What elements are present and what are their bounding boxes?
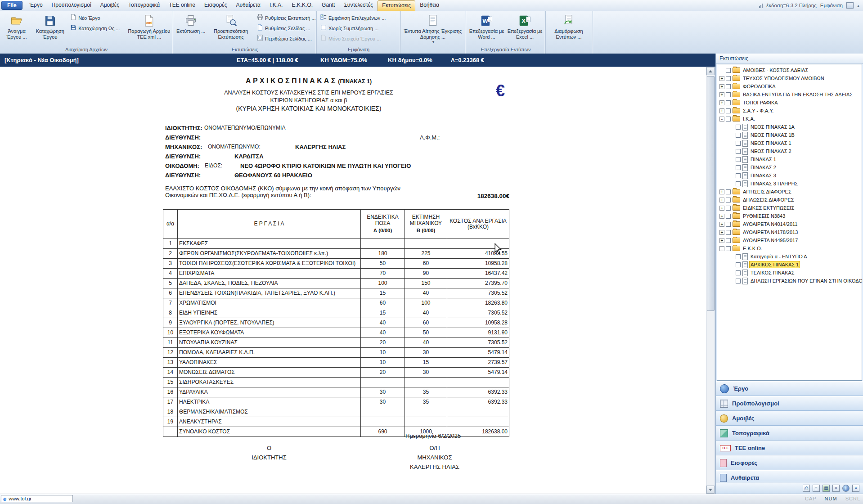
tree-item[interactable]: ΠΙΝΑΚΑΣ 1 bbox=[717, 155, 862, 163]
tree-item[interactable]: ΝΕΟΣ ΠΙΝΑΚΑΣ 1 bbox=[717, 139, 862, 147]
tree-checkbox[interactable] bbox=[726, 189, 731, 194]
tree-item[interactable]: Σ.Α.Υ - Φ.Α.Υ. bbox=[717, 107, 862, 115]
tree-item-label[interactable]: ΔΗΛΩΣΗ ΕΡΓΑΣΙΩΝ ΠΟΥ ΕΓΙΝΑΝ ΣΤΗΝ ΟΙΚΟΔΟΜΗ bbox=[750, 278, 862, 284]
tree-item-label[interactable]: Ι.Κ.Α. bbox=[742, 116, 756, 122]
sidebar-nav-button[interactable]: Τοπογραφικά bbox=[716, 426, 863, 441]
page-margins-button[interactable]: Περιθώρια Σελίδας ... bbox=[255, 34, 315, 43]
tree-checkbox[interactable] bbox=[736, 262, 741, 267]
tree-item[interactable]: ΠΙΝΑΚΑΣ 3 bbox=[717, 171, 862, 180]
tree-item-label[interactable]: Κατηγορία α - ΕΝΤΥΠΟ Α bbox=[750, 253, 808, 260]
tree-item-label[interactable]: Ε.Κ.Κ.Ο. bbox=[742, 245, 763, 252]
tree-item-label[interactable]: ΑΜΟΙΒΕΣ - ΚΟΣΤΟΣ ΑΔΕΙΑΣ bbox=[742, 67, 809, 73]
expand-toggle-icon[interactable] bbox=[719, 238, 724, 243]
tree-checkbox[interactable] bbox=[736, 157, 741, 162]
tree-checkbox[interactable] bbox=[726, 117, 731, 122]
tree-item[interactable]: ΝΕΟΣ ΠΙΝΑΚΑΣ 2 bbox=[717, 147, 862, 155]
tree-item-label[interactable]: ΠΙΝΑΚΑΣ 3 ΠΛΗΡΗΣ bbox=[750, 180, 799, 187]
tree-checkbox[interactable] bbox=[726, 222, 731, 227]
expand-toggle-icon[interactable] bbox=[719, 214, 724, 219]
tree-item-label[interactable]: ΦΟΡΟΛΟΓΙΚΑ bbox=[742, 83, 777, 90]
expand-toggle-icon[interactable] bbox=[719, 189, 724, 194]
tree-checkbox[interactable] bbox=[736, 279, 741, 284]
menu-tab[interactable]: Εισφορές bbox=[200, 0, 232, 11]
overflow-chevron-icon[interactable]: » bbox=[852, 485, 859, 492]
tree-item-label[interactable]: ΤΕΥΧΟΣ ΥΠΟΛΟΓΙΣΜΟΥ ΑΜΟΙΒΩΝ bbox=[742, 75, 825, 81]
tree-item-label[interactable]: ΕΙΔΙΚΕΣ ΕΚΤΥΠΩΣΕΙΣ bbox=[742, 205, 795, 211]
tree-item-label[interactable]: ΠΙΝΑΚΑΣ 2 bbox=[750, 164, 777, 171]
save-project-button[interactable]: Καταχώρηση Έργου bbox=[32, 12, 67, 46]
sidebar-nav-button[interactable]: Αμοιβές bbox=[716, 411, 863, 426]
no-fill-button[interactable]: Χωρίς Συμπλήρωση ... bbox=[319, 24, 398, 33]
tree-item[interactable]: ΔΗΛΩΣΕΙΣ ΔΙΑΦΟΡΕΣ bbox=[717, 196, 862, 204]
menu-tab[interactable]: Βοήθεια bbox=[415, 0, 444, 11]
tree-checkbox[interactable] bbox=[736, 181, 741, 186]
expand-toggle-icon[interactable] bbox=[719, 230, 724, 235]
tree-checkbox[interactable] bbox=[726, 76, 731, 81]
scroll-up-button[interactable] bbox=[706, 67, 715, 75]
tree-item[interactable]: ΡΥΘΜΙΣΕΙΣ N3843 bbox=[717, 212, 862, 220]
tree-checkbox[interactable] bbox=[736, 141, 741, 146]
menu-tab[interactable]: Ε.Κ.Κ.Ο. bbox=[287, 0, 317, 11]
sidebar-nav-button[interactable]: Εισφορές bbox=[716, 455, 863, 470]
menu-tab[interactable]: Gantt bbox=[317, 0, 339, 11]
tree-checkbox[interactable] bbox=[726, 214, 731, 219]
permit-forms-button[interactable]: Έντυπα Αίτησης Έγκρισης Δόμησης ... ▾ bbox=[403, 12, 463, 46]
format-forms-button[interactable]: Διαμόρφωση Εντύπων ... bbox=[548, 12, 590, 46]
tree-item[interactable]: ΑΥΘΑΙΡΕΤΑ N4495/2017 bbox=[717, 236, 862, 244]
tree-item-label[interactable]: ΝΕΟΣ ΠΙΝΑΚΑΣ 1Β bbox=[750, 132, 796, 138]
expand-toggle-icon[interactable] bbox=[719, 246, 724, 251]
expand-toggle-icon[interactable] bbox=[719, 222, 724, 227]
new-project-button[interactable]: Νέο Έργο bbox=[68, 14, 126, 22]
sidebar-nav-button[interactable]: Προϋπολογισμοί bbox=[716, 396, 863, 411]
sidebar-nav-button[interactable]: TEE online bbox=[716, 441, 863, 455]
tree-item-label[interactable]: ΒΑΣΙΚΑ ΕΝΤΥΠΑ ΓΙΑ ΤΗΝ ΕΚΔΟΣΗ ΤΗΣ ΑΔΕΙΑΣ bbox=[742, 91, 854, 98]
tree-item-label[interactable]: ΝΕΟΣ ΠΙΝΑΚΑΣ 2 bbox=[750, 148, 792, 154]
doc-scrollbar[interactable] bbox=[706, 67, 715, 495]
tree-item-label[interactable]: ΑΥΘΑΙΡΕΤΑ N4495/2017 bbox=[742, 237, 799, 243]
table-small-icon[interactable]: ▦ bbox=[823, 485, 830, 492]
tree-item-label[interactable]: ΠΙΝΑΚΑΣ 1 bbox=[750, 156, 777, 162]
tree-checkbox[interactable] bbox=[726, 198, 731, 202]
tree-item[interactable]: ΑΥΘΑΙΡΕΤΑ N4178/2013 bbox=[717, 228, 862, 236]
show-selected-button[interactable]: Εμφάνιση Επιλεγμένων ... bbox=[319, 14, 398, 22]
tree-item[interactable]: ΑΥΘΑΙΡΕΤΑ N4014/2011 bbox=[717, 220, 862, 228]
tree-checkbox[interactable] bbox=[736, 125, 741, 130]
tree-item-label[interactable]: ΑΡΧΙΚΟΣ ΠΙΝΑΚΑΣ 1 bbox=[750, 261, 800, 268]
ruler-small-icon[interactable]: ⌗ bbox=[832, 485, 840, 492]
expand-toggle-icon[interactable] bbox=[719, 84, 724, 89]
tree-item[interactable]: Ι.Κ.Α. bbox=[717, 115, 862, 123]
tree-item[interactable]: ΤΕΥΧΟΣ ΥΠΟΛΟΓΙΣΜΟΥ ΑΜΟΙΒΩΝ bbox=[717, 74, 862, 82]
tree-checkbox[interactable] bbox=[736, 173, 741, 178]
collapse-ribbon-icon[interactable]: ▴ bbox=[857, 3, 859, 8]
display-menu-item[interactable]: Εμφάνιση bbox=[820, 3, 843, 8]
tree-checkbox[interactable] bbox=[726, 100, 731, 105]
display-mode-icon[interactable] bbox=[846, 2, 854, 9]
expand-toggle-icon[interactable] bbox=[719, 117, 724, 122]
sidebar-nav-button[interactable]: Έργο bbox=[716, 381, 863, 396]
tree-checkbox[interactable] bbox=[726, 84, 731, 89]
page-settings-button[interactable]: Ρυθμίσεις Σελίδας ... bbox=[255, 24, 315, 33]
expand-toggle-icon[interactable] bbox=[719, 76, 724, 81]
tree-checkbox[interactable] bbox=[736, 165, 741, 170]
tree-item[interactable]: Κατηγορία α - ΕΝΤΥΠΟ Α bbox=[717, 252, 862, 261]
tree-item[interactable]: Ε.Κ.Κ.Ο. bbox=[717, 244, 862, 252]
save-as-button[interactable]: Καταχώρηση Ως ... bbox=[68, 24, 126, 33]
menu-tab[interactable]: TEE online bbox=[164, 0, 200, 11]
produce-tee-xml-button[interactable]: xml Παραγωγή Αρχείου TEE xml ... bbox=[127, 12, 171, 46]
tree-item[interactable]: ΝΕΟΣ ΠΙΝΑΚΑΣ 1Α bbox=[717, 123, 862, 131]
scroll-thumb[interactable] bbox=[707, 76, 715, 311]
menu-tab[interactable]: Προϋπολογισμοί bbox=[47, 0, 96, 11]
tree-item-label[interactable]: ΝΕΟΣ ΠΙΝΑΚΑΣ 1 bbox=[750, 140, 792, 146]
tree-item[interactable]: ΒΑΣΙΚΑ ΕΝΤΥΠΑ ΓΙΑ ΤΗΝ ΕΚΔΟΣΗ ΤΗΣ ΑΔΕΙΑΣ bbox=[717, 90, 862, 99]
open-project-button[interactable]: Άνοιγμα Έργου ... bbox=[2, 12, 31, 46]
tree-item-label[interactable]: ΠΙΝΑΚΑΣ 3 bbox=[750, 172, 777, 179]
tree-item-label[interactable]: ΔΗΛΩΣΕΙΣ ΔΙΑΦΟΡΕΣ bbox=[742, 197, 795, 203]
tree-item[interactable]: ΝΕΟΣ ΠΙΝΑΚΑΣ 1Β bbox=[717, 131, 862, 139]
menu-tab[interactable]: Αμοιβές bbox=[96, 0, 124, 11]
edit-with-word-button[interactable]: W Επεξεργασία με Word ... bbox=[468, 12, 505, 46]
scroll-down-button[interactable] bbox=[706, 486, 715, 494]
tree-checkbox[interactable] bbox=[726, 206, 731, 211]
tree-item-label[interactable]: ΤΟΠΟΓΡΑΦΙΚΑ bbox=[742, 99, 779, 106]
tree-checkbox[interactable] bbox=[736, 149, 741, 154]
tree-checkbox[interactable] bbox=[726, 230, 731, 235]
